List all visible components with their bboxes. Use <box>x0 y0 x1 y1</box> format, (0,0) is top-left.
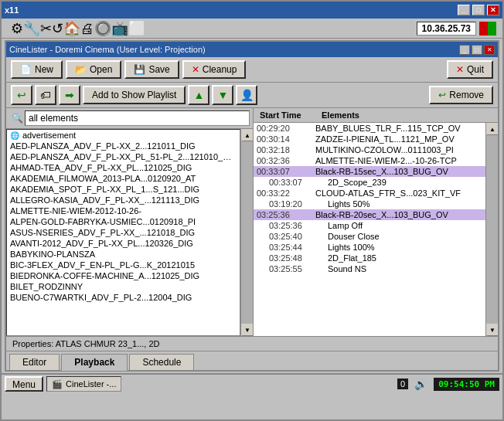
app-minimize-btn[interactable]: _ <box>459 45 470 55</box>
tabs-area: EditorPlaybackSchedule <box>6 351 498 370</box>
taskbar-item[interactable]: 🎬CineLister -... <box>46 376 121 392</box>
time-cell: 03:25:55 <box>269 264 328 273</box>
x11-close-btn[interactable]: ✕ <box>487 5 499 15</box>
right-list-item[interactable]: 03:25:40Douser Close <box>254 231 485 242</box>
forward-btn[interactable]: ➡ <box>59 85 80 105</box>
right-panel: Start Time Elements 00:29:20BABY_BLUES_T… <box>254 108 498 336</box>
status-right: 0 🔊 09:54:50 PM <box>397 378 499 391</box>
right-list-item[interactable]: 03:25:44Lights 100% <box>254 242 485 253</box>
new-button[interactable]: 📄 New <box>11 60 63 79</box>
left-list-item[interactable]: AED-PLANSZA_ADV_F_PL-XX_2...121011_DIG <box>7 141 240 151</box>
right-list-item[interactable]: 00:33:072D_Scope_239 <box>254 177 485 188</box>
left-list-item[interactable]: BUENO-C7WARTKI_ADV_F_PL-2...12004_DIG <box>7 292 240 303</box>
right-list-item[interactable]: 00:29:20BABY_BLUES_TLR_F...115_TCP_OV <box>254 123 485 134</box>
add-playlist-button[interactable]: Add to Show Playlist <box>83 86 186 104</box>
right-header: Start Time Elements <box>254 108 498 123</box>
right-scroll-down-btn[interactable]: ▼ <box>486 324 498 336</box>
back-icon: ↩ <box>17 89 26 101</box>
app-close-btn[interactable]: ✕ <box>484 45 495 55</box>
tab-schedule[interactable]: Schedule <box>129 354 194 370</box>
right-list-item[interactable]: 00:32:18MULTIKINO-CZOLOW...0111003_PI <box>254 144 485 155</box>
left-scrollbar: ▲ ▼ <box>240 129 253 336</box>
properties-text: Properties: ATLAS CHMUR 23_1..., 2D <box>12 339 160 348</box>
search-icon[interactable]: 🔍 <box>9 110 25 126</box>
right-list-item[interactable]: 03:25:36Black-RB-20sec_X...103_BUG_OV <box>254 209 485 220</box>
open-icon: 📂 <box>75 64 87 75</box>
quit-button[interactable]: ✕ Quit <box>447 60 493 79</box>
x11-minimize-btn[interactable]: _ <box>458 5 470 15</box>
save-icon: 💾 <box>134 64 145 75</box>
x11-maximize-btn[interactable]: □ <box>472 5 485 15</box>
right-list-item[interactable]: 03:19:20Lights 50% <box>254 199 485 209</box>
left-list-item[interactable]: ALMETTE-NIE-WIEM-2012-10-26- <box>7 205 240 216</box>
element-cell: MULTIKINO-CZOLOW...0111003_PI <box>315 145 482 154</box>
element-cell: Lights 50% <box>328 199 482 209</box>
left-list-item[interactable]: AKADEMIA_SPOT_F_PL-XX_PL_1...S_121...DIG <box>7 184 240 195</box>
time-cell: 00:29:20 <box>257 124 315 133</box>
left-list-item[interactable]: BIC-3FLEX_ADV_F_EN-PL_PL-G...K_20121015 <box>7 260 240 270</box>
right-list-item[interactable]: 03:25:36Lamp Off <box>254 220 485 231</box>
start-menu-button[interactable]: Menu <box>5 376 43 392</box>
cleanup-icon: ✕ <box>192 64 199 75</box>
save-button[interactable]: 💾 Save <box>124 60 179 79</box>
left-list-item[interactable]: 🌐advertisement <box>7 130 240 141</box>
element-cell: Lights 100% <box>328 243 482 252</box>
right-scroll-up-btn[interactable]: ▲ <box>486 123 498 135</box>
clock: 09:54:50 PM <box>434 378 499 391</box>
person-btn[interactable]: 👤 <box>236 85 257 105</box>
x11-titlebar: x11 _ □ ✕ <box>2 2 502 19</box>
left-list-item[interactable]: ALLEGRO-KASIA_ADV_F_PL-XX_...121113_DIG <box>7 195 240 205</box>
elements-header: Elements <box>318 110 495 121</box>
scroll-down-btn[interactable]: ▼ <box>241 324 253 336</box>
right-list-item[interactable]: 03:25:482D_Flat_185 <box>254 253 485 263</box>
globe-icon: 🌐 <box>10 131 19 140</box>
left-list-item[interactable]: BIEDRONKA-COFFE-MACHINE_A...121025_DIG <box>7 270 240 281</box>
scroll-track[interactable] <box>241 141 253 324</box>
cleanup-button[interactable]: ✕ Cleanup <box>182 60 247 79</box>
app-maximize-btn[interactable]: □ <box>472 45 482 55</box>
toolbar-icons-strip: ⚙🔧✂↺🏠🖨🔘📺⬜ <box>11 20 145 37</box>
time-cell: 00:33:22 <box>257 188 315 198</box>
left-panel: 🔍 🌐advertisementAED-PLANSZA_ADV_F_PL-XX_… <box>6 108 254 336</box>
open-button[interactable]: 📂 Open <box>66 60 121 79</box>
color-indicator <box>479 22 496 36</box>
element-cell: 2D_Scope_239 <box>328 178 482 187</box>
right-list-item[interactable]: 00:33:22CLOUD-ATLAS_FTR_S...023_KIT_VF <box>254 188 485 199</box>
right-list-item[interactable]: 00:32:36ALMETTE-NIE-WIEM-2...-10-26-TCP <box>254 155 485 166</box>
tag-icon: 🏷 <box>40 89 51 101</box>
tab-playback[interactable]: Playback <box>61 354 128 371</box>
left-list-item[interactable]: AED-PLANSZA_ADV_F_PL-XX_PL_51-PL_2...121… <box>7 151 240 162</box>
left-list-item[interactable]: AHMAD-TEA_ADV_F_PL-XX_PL...121025_DIG <box>7 162 240 173</box>
time-cell: 03:25:44 <box>269 243 328 252</box>
remove-button[interactable]: ↩ Remove <box>429 86 493 104</box>
down-btn[interactable]: ▼ <box>212 85 233 105</box>
back-btn[interactable]: ↩ <box>11 85 32 105</box>
left-list-item[interactable]: ALPEN-GOLD-FABRYKA-USMIEC...0120918_PI <box>7 216 240 227</box>
ip-bar: ⚙🔧✂↺🏠🖨🔘📺⬜ 10.36.25.73 <box>2 19 502 39</box>
left-list-item[interactable]: AKADEMIA_FILMOWA_2013-PLA...0120920_AT <box>7 173 240 184</box>
secondary-toolbar: ↩ 🏷 ➡ Add to Show Playlist ▲ ▼ 👤 ↩ R <box>6 83 498 108</box>
scroll-up-btn[interactable]: ▲ <box>241 129 253 141</box>
left-list-item[interactable]: AVANTI-2012_ADV_F_PL-XX_PL...120326_DIG <box>7 238 240 249</box>
element-cell: BABY_BLUES_TLR_F...115_TCP_OV <box>315 124 482 133</box>
green-block <box>488 22 496 36</box>
left-list-item[interactable]: ASUS-NSERIES_ADV_F_PL-XX_...121018_DIG <box>7 227 240 238</box>
taskbar-items: 🎬CineLister -... <box>46 376 121 392</box>
up-btn[interactable]: ▲ <box>188 85 209 105</box>
element-cell: Sound NS <box>328 264 482 273</box>
right-list-item[interactable]: 00:30:14ZADZE-I-PIENIA_TL...1121_MP_OV <box>254 134 485 144</box>
search-input[interactable] <box>25 110 250 126</box>
properties-bar: Properties: ATLAS CHMUR 23_1..., 2D <box>6 336 498 351</box>
tag-btn[interactable]: 🏷 <box>35 85 56 105</box>
left-list-item[interactable]: BABYKINO-PLANSZA <box>7 249 240 260</box>
new-icon: 📄 <box>20 64 32 75</box>
status-bar: Menu 🎬CineLister -... 0 🔊 09:54:50 PM <box>2 373 502 393</box>
right-scroll-track[interactable] <box>486 135 498 324</box>
element-cell: Black-RB-20sec_X...103_BUG_OV <box>315 210 482 219</box>
element-cell: 2D_Flat_185 <box>328 253 482 263</box>
tab-editor[interactable]: Editor <box>9 354 60 370</box>
left-list-item[interactable]: BILET_RODZINNY <box>7 281 240 292</box>
right-list-item[interactable]: 00:33:07Black-RB-15sec_X...103_BUG_OV <box>254 166 485 177</box>
right-list-item[interactable]: 03:25:55Sound NS <box>254 263 485 274</box>
ip-address: 10.36.25.73 <box>417 22 476 36</box>
